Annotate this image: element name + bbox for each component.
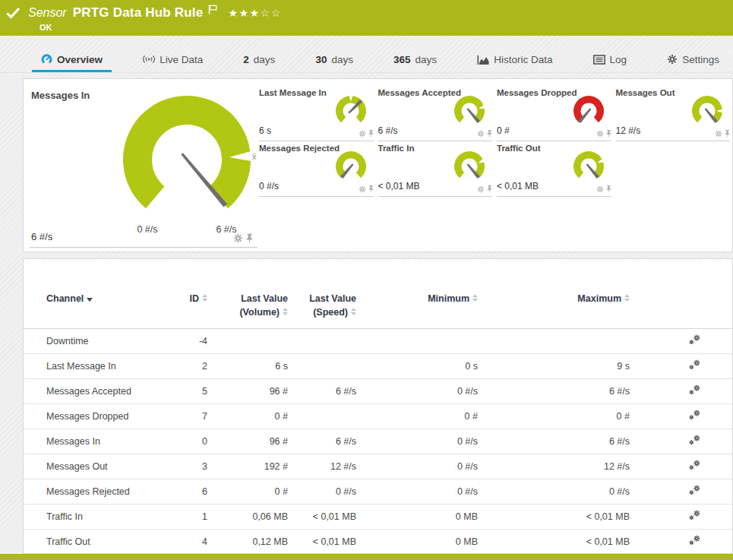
flag-icon[interactable] (208, 4, 217, 17)
cell-id: 7 (160, 404, 207, 429)
column-label: Minimum (428, 293, 469, 304)
gauge-settings-gear-icon[interactable] (596, 130, 604, 138)
column-label: Channel (46, 293, 84, 304)
gauge-settings-gear-icon[interactable] (715, 130, 722, 138)
average-marker-label: x̄ (252, 152, 257, 161)
gauge-title: Messages Out (616, 88, 675, 97)
gauge-pin-icon[interactable] (368, 185, 374, 193)
channel-row-messages-accepted: Messages Accepted596 #6 #/s0 #/s6 #/s (24, 379, 732, 404)
tab-label: Historic Data (494, 54, 552, 65)
gauge-scale-min: 0 #/s (125, 224, 170, 235)
tab-number: 365 (393, 54, 411, 65)
gauge-pin-icon[interactable] (606, 129, 611, 138)
sort-icon (348, 307, 356, 318)
main-gauge (115, 90, 259, 226)
gauge-settings-gear-icon[interactable] (233, 233, 243, 243)
cell-speed: 0 #/s (288, 479, 356, 505)
cell-settings (630, 379, 732, 404)
cell-min: 0 #/s (356, 429, 478, 454)
gauge-value: 0 #/s (259, 181, 279, 191)
cell-channel[interactable]: Messages Out (24, 454, 160, 479)
channel-row-messages-rejected: Messages Rejected60 #0 #/s0 #/s0 #/s (24, 479, 732, 505)
tab-number: 2 (243, 54, 249, 65)
tab-label: Overview (57, 54, 103, 65)
channel-settings-gears-icon[interactable] (688, 334, 701, 346)
column-header-max[interactable]: Maximum (478, 259, 630, 329)
column-header-min[interactable]: Minimum (356, 259, 478, 329)
tab-settings[interactable]: Settings (665, 49, 721, 71)
tab-bar: OverviewLive Data2days30days365daysHisto… (0, 46, 733, 73)
gauge (450, 149, 489, 184)
cell-channel[interactable]: Traffic Out (24, 530, 160, 555)
cell-min: 0 # (356, 404, 478, 429)
cell-id: -4 (160, 329, 207, 354)
tab-365-days[interactable]: 365days (392, 49, 438, 71)
gauge-icon (41, 54, 52, 65)
gauge-tile-messages-accepted: Messages Accepted6 #/s (378, 86, 493, 141)
gauge-pin-icon[interactable] (606, 185, 611, 193)
gauge-pin-icon[interactable] (725, 129, 730, 138)
status-ok-check-icon (6, 7, 21, 22)
gauge (450, 93, 489, 128)
cell-channel[interactable]: Messages Accepted (24, 379, 160, 404)
tab-historic-data[interactable]: Historic Data (476, 49, 554, 71)
channel-row-traffic-in: Traffic In10,06 MB< 0,01 MB0 MB< 0,01 MB (24, 505, 732, 530)
channel-settings-gears-icon[interactable] (688, 535, 701, 546)
cell-max: 12 #/s (478, 454, 630, 479)
column-header-channel[interactable]: Channel (24, 259, 160, 329)
gauge-pin-icon[interactable] (487, 129, 492, 138)
tab-label: Live Data (160, 54, 203, 65)
cell-volume: 96 # (207, 379, 288, 404)
gauge-pin-icon[interactable] (487, 185, 492, 193)
priority-stars[interactable]: ★★★☆☆ (228, 7, 281, 19)
channel-settings-gears-icon[interactable] (688, 435, 701, 446)
channel-settings-gears-icon[interactable] (688, 485, 701, 496)
column-header-id[interactable]: ID (160, 259, 207, 329)
gauge-settings-gear-icon[interactable] (477, 185, 485, 193)
channel-row-last-message-in: Last Message In26 s0 s9 s (24, 354, 732, 379)
gauge-title: Messages Dropped (497, 88, 577, 97)
tab-overview[interactable]: Overview (39, 49, 104, 71)
channel-settings-gears-icon[interactable] (688, 460, 701, 471)
cell-channel[interactable]: Downtime (24, 329, 160, 354)
column-header-volume[interactable]: Last Value(Volume) (207, 259, 288, 329)
tab-live-data[interactable]: Live Data (141, 49, 204, 71)
cell-channel[interactable]: Messages Dropped (24, 404, 160, 429)
channel-settings-gears-icon[interactable] (688, 410, 701, 421)
cell-volume: 0,06 MB (207, 505, 288, 530)
gauge-settings-gear-icon[interactable] (359, 185, 366, 193)
gauge-settings-gear-icon[interactable] (596, 185, 604, 193)
gauge-settings-gear-icon[interactable] (477, 130, 485, 138)
cell-volume: 96 # (207, 429, 288, 454)
column-label: (Speed) (313, 307, 348, 318)
cell-id: 1 (160, 505, 207, 530)
gauge-pin-icon[interactable] (368, 129, 374, 138)
gauge (331, 149, 371, 184)
gauges-panel: Messages In x̄ 0 #/s 6 #/s 6 #/s Last Me… (23, 78, 733, 252)
sorted-desc-icon (84, 293, 93, 304)
cell-max: 6 #/s (478, 429, 630, 454)
cell-max: 0 #/s (478, 479, 630, 505)
sensor-header: Sensor PRTG Data Hub Rule ★★★☆☆ OK (0, 0, 733, 36)
gauge-title: Messages Rejected (259, 144, 340, 153)
channel-settings-gears-icon[interactable] (688, 510, 701, 521)
gauge-pin-icon[interactable] (246, 233, 253, 243)
sensor-status: OK (39, 23, 282, 32)
cell-max: 0 # (478, 404, 630, 429)
tab-30-days[interactable]: 30days (314, 49, 355, 71)
cell-channel[interactable]: Traffic In (24, 505, 160, 530)
channel-settings-gears-icon[interactable] (688, 384, 701, 396)
cell-channel[interactable]: Messages Rejected (24, 479, 160, 505)
cell-channel[interactable]: Messages In (24, 429, 160, 454)
cell-min: 0 MB (356, 530, 478, 555)
tab-label: days (415, 54, 438, 65)
sort-icon (280, 307, 288, 318)
channel-settings-gears-icon[interactable] (688, 359, 701, 371)
tab-log[interactable]: Log (592, 49, 629, 71)
column-header-speed[interactable]: Last Value(Speed) (288, 259, 356, 329)
gauge-settings-gear-icon[interactable] (359, 130, 366, 138)
tab-number: 30 (315, 54, 327, 65)
cell-channel[interactable]: Last Message In (24, 354, 160, 379)
tab-2-days[interactable]: 2days (242, 49, 276, 71)
cell-volume: 0,12 MB (207, 530, 288, 555)
